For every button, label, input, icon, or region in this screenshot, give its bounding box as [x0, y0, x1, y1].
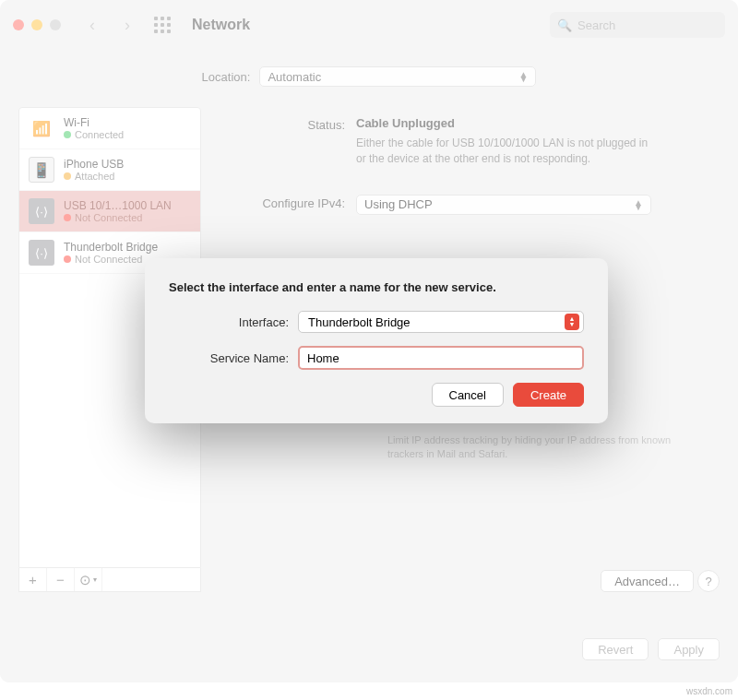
- search-field[interactable]: 🔍 Search: [550, 12, 725, 38]
- window-controls: [13, 19, 61, 30]
- sidebar-item-label: Thunderbolt Bridge: [64, 241, 158, 254]
- status-label: Status:: [218, 116, 356, 167]
- cancel-button[interactable]: Cancel: [432, 383, 504, 407]
- sheet-title: Select the interface and enter a name fo…: [169, 280, 584, 294]
- status-value: Cable Unplugged: [356, 116, 712, 130]
- advanced-button[interactable]: Advanced…: [601, 570, 694, 592]
- window-title: Network: [192, 17, 250, 33]
- create-button[interactable]: Create: [513, 383, 584, 407]
- sidebar-toolbar: + − ⊙▾: [18, 568, 201, 592]
- forward-button[interactable]: ›: [114, 12, 140, 38]
- sidebar-item-usb-lan[interactable]: ⟨·⟩ USB 10/1…1000 LAN Not Connected: [19, 191, 200, 232]
- iphone-icon: 📱: [29, 157, 54, 183]
- status-description: Either the cable for USB 10/100/1000 LAN…: [356, 136, 651, 167]
- status-dot-icon: [64, 214, 71, 221]
- footer-buttons: Revert Apply: [582, 638, 720, 660]
- service-name-input[interactable]: [298, 346, 584, 370]
- location-select[interactable]: Automatic ▲▼: [259, 66, 536, 87]
- zoom-window-button[interactable]: [50, 19, 61, 30]
- help-button[interactable]: ?: [697, 570, 720, 592]
- ethernet-icon: ⟨·⟩: [29, 198, 54, 224]
- location-value: Automatic: [268, 70, 321, 84]
- chevron-updown-icon: ▲▼: [634, 200, 643, 209]
- service-menu-button[interactable]: ⊙▾: [75, 568, 102, 591]
- sidebar-item-iphone-usb[interactable]: 📱 iPhone USB Attached: [19, 149, 200, 191]
- chevron-updown-icon: ▲▼: [518, 72, 528, 81]
- search-icon: 🔍: [557, 18, 572, 32]
- wifi-icon: 📶: [29, 115, 54, 141]
- status-dot-icon: [64, 172, 71, 180]
- configure-ipv4-label: Configure IPv4:: [218, 195, 356, 215]
- chevron-updown-icon: ▲▼: [565, 314, 579, 330]
- close-window-button[interactable]: [13, 19, 24, 30]
- location-row: Location: Automatic ▲▼: [0, 50, 738, 107]
- sidebar-item-label: USB 10/1…1000 LAN: [64, 199, 172, 212]
- toolbar: ‹ › Network 🔍 Search: [0, 0, 738, 50]
- interface-select[interactable]: Thunderbolt Bridge ▲▼: [298, 311, 584, 333]
- watermark: wsxdn.com: [686, 686, 732, 696]
- show-all-button[interactable]: [149, 12, 175, 38]
- location-label: Location:: [202, 70, 251, 84]
- apply-button[interactable]: Apply: [658, 638, 720, 660]
- sidebar-item-wifi[interactable]: 📶 Wi-Fi Connected: [19, 108, 200, 149]
- status-dot-icon: [64, 255, 71, 263]
- back-button[interactable]: ‹: [79, 12, 105, 38]
- configure-ipv4-select[interactable]: Using DHCP ▲▼: [356, 195, 651, 215]
- interface-value: Thunderbolt Bridge: [308, 315, 411, 329]
- tracker-description: Limit IP address tracking by hiding your…: [387, 433, 683, 462]
- new-service-sheet: Select the interface and enter a name fo…: [145, 258, 608, 423]
- search-placeholder: Search: [577, 18, 615, 32]
- minimize-window-button[interactable]: [31, 19, 42, 30]
- revert-button[interactable]: Revert: [582, 638, 649, 660]
- remove-service-button[interactable]: −: [47, 568, 75, 591]
- service-name-label: Service Name:: [169, 351, 298, 365]
- sidebar-item-label: iPhone USB: [64, 158, 124, 171]
- thunderbolt-icon: ⟨·⟩: [29, 240, 54, 266]
- interface-label: Interface:: [169, 315, 298, 329]
- grid-icon: [154, 17, 171, 33]
- sidebar-item-label: Wi-Fi: [64, 116, 124, 129]
- add-service-button[interactable]: +: [19, 568, 47, 591]
- status-dot-icon: [64, 131, 71, 138]
